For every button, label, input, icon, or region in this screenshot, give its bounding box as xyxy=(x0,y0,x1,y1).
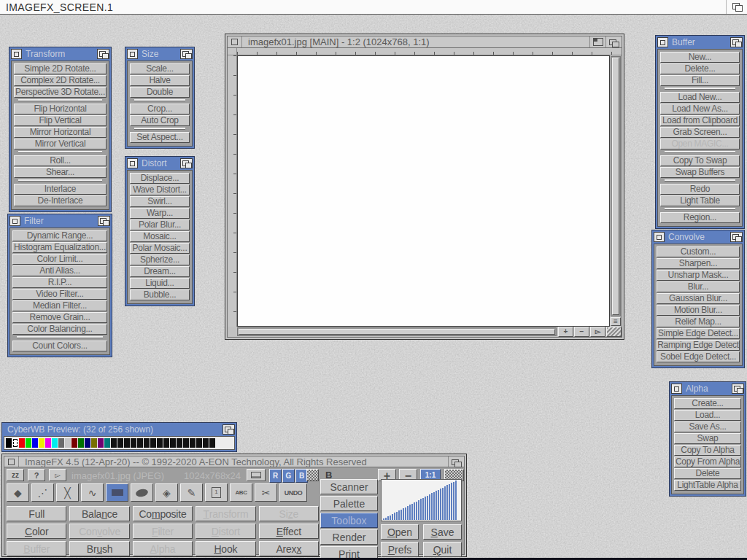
depth-gadget[interactable] xyxy=(180,158,193,168)
hook-button[interactable]: Hook xyxy=(196,541,255,556)
color-swatch[interactable] xyxy=(52,438,58,448)
color-swatch[interactable] xyxy=(12,438,18,448)
close-gadget[interactable] xyxy=(4,456,19,467)
depth-gadget[interactable] xyxy=(605,36,622,47)
wave-distort-button[interactable]: Wave Distort... xyxy=(130,184,190,195)
swirl-button[interactable]: Swirl... xyxy=(130,196,190,207)
color-swatch[interactable] xyxy=(39,438,44,448)
dream-button[interactable]: Dream... xyxy=(130,266,190,277)
load-from-clipboard-button[interactable]: Load from Clipboard xyxy=(660,115,740,126)
gaussian-blur-button[interactable]: Gaussian Blur... xyxy=(657,293,740,304)
color-swatch[interactable] xyxy=(137,438,143,448)
channel-r-button[interactable]: R xyxy=(269,469,282,483)
color-swatch[interactable] xyxy=(26,438,31,448)
zoom-in-button[interactable]: + xyxy=(558,327,573,337)
interlace-button[interactable]: Interlace xyxy=(14,184,107,195)
dither-toggle-button[interactable] xyxy=(306,469,319,481)
ruler-toggle-button[interactable]: ≡ xyxy=(611,317,621,326)
color-swatch[interactable] xyxy=(209,438,215,448)
color-swatch[interactable] xyxy=(91,438,97,448)
scale-button[interactable]: Scale... xyxy=(130,63,190,74)
color-swatch[interactable] xyxy=(190,438,196,448)
fill-polygon-tool[interactable]: ✎ xyxy=(180,483,203,502)
effect-button[interactable]: Effect xyxy=(259,524,319,539)
bubble-button[interactable]: Bubble... xyxy=(130,289,190,300)
shear-button[interactable]: Shear... xyxy=(14,167,107,178)
zoom-gadget[interactable] xyxy=(589,36,605,47)
arexx-button[interactable]: Arexx xyxy=(259,541,319,556)
screen-mode-button[interactable] xyxy=(247,469,266,481)
pan-button[interactable]: ▻ xyxy=(590,327,605,337)
liquid-button[interactable]: Liquid... xyxy=(130,278,190,289)
color-swatch[interactable] xyxy=(6,438,12,448)
depth-gadget[interactable] xyxy=(222,424,235,435)
composite-button[interactable]: Composite xyxy=(133,506,193,521)
depth-gadget[interactable] xyxy=(98,216,110,226)
color-button[interactable]: Color xyxy=(7,524,66,539)
help-button[interactable]: ? xyxy=(28,469,45,481)
color-swatch[interactable] xyxy=(45,438,51,448)
color-swatch[interactable] xyxy=(32,438,38,448)
unsharp-mask-button[interactable]: Unsharp Mask... xyxy=(657,270,740,281)
depth-gadget[interactable] xyxy=(730,232,743,242)
color-swatch[interactable] xyxy=(170,438,176,448)
mirror-vertical-button[interactable]: Mirror Vertical xyxy=(14,139,107,149)
cut-tool[interactable]: ✂ xyxy=(255,483,277,502)
simple-2d-rotate-button[interactable]: Simple 2D Rotate... xyxy=(14,63,107,74)
window-titlebar[interactable]: Convolve xyxy=(654,232,743,242)
color-swatch[interactable] xyxy=(65,438,71,448)
line-tool[interactable]: ╳ xyxy=(56,483,79,502)
channel-g-button[interactable]: G xyxy=(282,469,295,483)
delete-button[interactable]: Delete xyxy=(674,468,741,479)
create-button[interactable]: Create... xyxy=(674,398,741,409)
region-button[interactable]: Region... xyxy=(660,212,740,223)
zoom-out-button[interactable]: − xyxy=(574,327,589,337)
color-swatch[interactable] xyxy=(71,438,77,448)
double-button[interactable]: Double xyxy=(130,87,190,98)
color-swatch[interactable] xyxy=(111,438,117,448)
spherize-button[interactable]: Spherize... xyxy=(130,254,190,265)
load-new-as-button[interactable]: Load New As... xyxy=(660,104,740,114)
depth-gadget[interactable] xyxy=(730,37,743,47)
clone-tool[interactable]: 1 xyxy=(205,483,228,502)
complex-2d-rotate-button[interactable]: Complex 2D Rotate... xyxy=(14,75,107,86)
ellipse-tool[interactable] xyxy=(131,483,153,502)
depth-gadget[interactable] xyxy=(97,49,109,59)
color-swatch[interactable] xyxy=(78,438,84,448)
delete-button[interactable]: Delete... xyxy=(660,63,740,74)
color-swatch[interactable] xyxy=(131,438,136,448)
screen-depth-gadget[interactable] xyxy=(726,0,747,14)
close-gadget[interactable] xyxy=(228,36,242,47)
vscroll-thumb[interactable] xyxy=(612,58,619,315)
depth-gadget[interactable] xyxy=(448,456,464,467)
anti-alias-button[interactable]: Anti Alias... xyxy=(12,265,107,276)
polar-mosaic-button[interactable]: Polar Mosaic... xyxy=(130,243,190,254)
window-titlebar[interactable]: Transform xyxy=(11,49,109,59)
custom-button[interactable]: Custom... xyxy=(657,246,740,257)
swap-button[interactable]: Swap xyxy=(674,433,741,444)
lighttable-alpha-button[interactable]: LightTable Alpha xyxy=(674,480,741,491)
polar-blur-button[interactable]: Polar Blur... xyxy=(130,219,190,230)
color-swatch[interactable] xyxy=(177,438,182,448)
color-swatch[interactable] xyxy=(150,438,156,448)
depth-gadget[interactable] xyxy=(732,384,744,394)
light-table-button[interactable]: Light Table xyxy=(660,195,740,206)
cyberwb-titlebar[interactable]: CyberWB Preview: (32 of 256 shown) xyxy=(4,424,235,435)
mosaic-button[interactable]: Mosaic... xyxy=(130,231,190,242)
image-canvas[interactable] xyxy=(237,55,610,327)
flip-vertical-button[interactable]: Flip Vertical xyxy=(14,115,107,126)
full-button[interactable]: Full xyxy=(7,506,66,521)
redo-button[interactable]: Redo xyxy=(660,184,740,195)
displace-button[interactable]: Displace... xyxy=(130,173,190,184)
vertical-scrollbar[interactable]: ≡ xyxy=(610,55,622,327)
color-swatch[interactable] xyxy=(124,438,130,448)
color-swatch[interactable] xyxy=(117,438,123,448)
palette-button[interactable]: Palette xyxy=(320,496,378,511)
window-titlebar[interactable]: Filter xyxy=(9,216,110,226)
dynamic-range-button[interactable]: Dynamic Range... xyxy=(12,230,107,241)
vscroll-track[interactable] xyxy=(611,56,621,316)
window-titlebar[interactable]: Size xyxy=(127,49,193,59)
color-swatch[interactable] xyxy=(163,438,169,448)
median-filter-button[interactable]: Median Filter... xyxy=(12,300,107,311)
point-tool[interactable]: ◆ xyxy=(7,483,29,502)
